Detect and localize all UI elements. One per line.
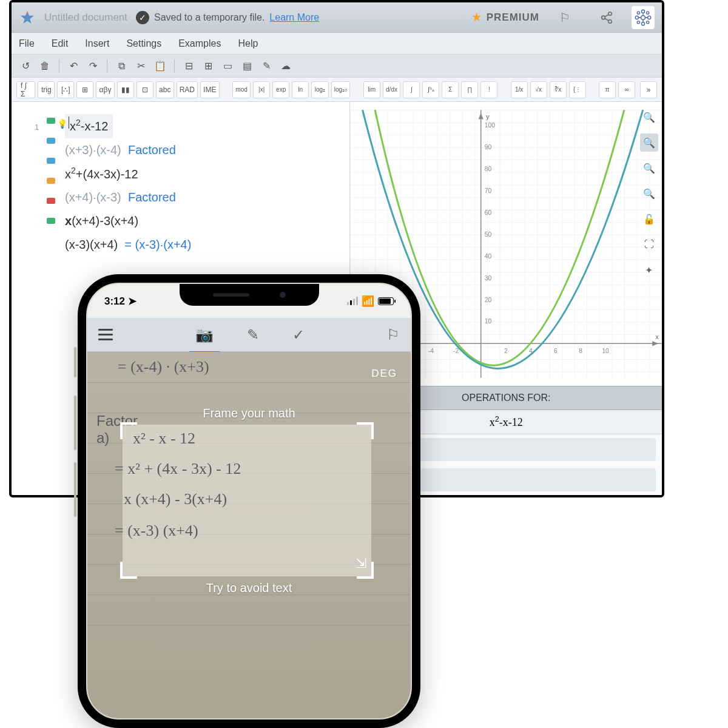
group2-icon[interactable]: ⊞: [200, 58, 216, 74]
mb-ln[interactable]: ln: [292, 81, 309, 98]
pencil-icon[interactable]: ✎: [247, 326, 259, 343]
cloud-icon[interactable]: ☁: [278, 58, 294, 74]
deg-label: DEG: [371, 368, 397, 380]
svg-text:2: 2: [504, 348, 508, 354]
menu-icon[interactable]: [98, 329, 113, 340]
flag-button[interactable]: ⚐: [548, 5, 581, 30]
mb-mod[interactable]: mod: [232, 81, 251, 98]
mb-log10[interactable]: log₁₀: [331, 81, 351, 98]
svg-text:-4: -4: [428, 348, 434, 354]
gutter-mark[interactable]: [47, 158, 55, 164]
svg-text:30: 30: [485, 275, 492, 281]
mb-fact[interactable]: !: [480, 81, 497, 98]
handwriting: = (x-4) · (x+3): [118, 358, 209, 376]
mb-trig[interactable]: trig: [38, 81, 55, 98]
mb-prod[interactable]: ∏: [461, 81, 478, 98]
undo-icon[interactable]: ↶: [66, 58, 81, 74]
paste-icon[interactable]: 📋: [152, 58, 168, 74]
equation-block: x2-x-12 (x+3)·(x-4) Factored x2+(4x-3x)-…: [65, 114, 343, 257]
menu-edit[interactable]: Edit: [52, 38, 69, 49]
eq-line[interactable]: x2+(4x-3x)-12: [65, 162, 343, 186]
mb-abs[interactable]: |x|: [253, 81, 270, 98]
svg-text:50: 50: [485, 231, 492, 238]
share-button[interactable]: [590, 5, 623, 30]
eq-line[interactable]: (x+3)·(x-4) Factored: [65, 138, 343, 162]
mb-rad[interactable]: RAD: [177, 81, 198, 98]
gutter-mark[interactable]: [47, 138, 55, 144]
menu-help[interactable]: Help: [238, 38, 258, 49]
mb-frac[interactable]: 1/x: [511, 81, 528, 98]
mb-more[interactable]: »: [640, 81, 657, 98]
eq-line[interactable]: (x-3)(x+4) = (x-3)·(x+4): [65, 233, 343, 257]
group4-icon[interactable]: ▤: [239, 58, 255, 74]
crosshair-icon[interactable]: ✦: [640, 261, 658, 279]
mathbar: f ∫ Σ trig [∴] ⊞ αβγ ▮▮ ⊡ abc RAD IME mo…: [12, 78, 662, 102]
phone-mockup: 3:12 ➤ 📶 📷 ✎ ✓ ⚐ DEG = (x-4) · (x+3): [78, 274, 420, 728]
mb-functions[interactable]: f ∫ Σ: [16, 81, 35, 98]
cut-icon[interactable]: ✂: [133, 58, 149, 74]
menu-insert[interactable]: Insert: [85, 38, 109, 49]
mb-ime[interactable]: IME: [200, 81, 220, 98]
battery-icon: [378, 297, 394, 305]
mb-greek[interactable]: αβγ: [96, 81, 115, 98]
mb-brace[interactable]: {⋮: [569, 81, 586, 98]
resize-handle-icon[interactable]: ⇲: [356, 556, 366, 571]
svg-text:80: 80: [485, 166, 492, 172]
history-icon[interactable]: ↺: [18, 58, 33, 74]
menu-file[interactable]: File: [19, 38, 35, 49]
redo-icon[interactable]: ↷: [85, 58, 101, 74]
check-icon[interactable]: ✓: [292, 326, 305, 343]
mb-int[interactable]: ∫: [403, 81, 420, 98]
trash-icon[interactable]: 🗑: [37, 58, 53, 74]
mb-sum[interactable]: Σ: [442, 81, 459, 98]
flag-icon[interactable]: ⚐: [386, 326, 400, 343]
gutter-mark[interactable]: [47, 198, 55, 204]
star-icon: ★: [472, 11, 482, 24]
menu-examples[interactable]: Examples: [178, 38, 221, 49]
premium-button[interactable]: ★ PREMIUM: [472, 11, 539, 24]
group3-icon[interactable]: ▭: [220, 58, 235, 74]
user-avatar[interactable]: [632, 6, 655, 29]
zoom-region-icon[interactable]: 🔍: [640, 184, 658, 203]
group1-icon[interactable]: ⊟: [181, 58, 197, 74]
line-number: 1: [35, 123, 39, 132]
camera-icon[interactable]: 📷: [195, 326, 214, 343]
mb-sqrt[interactable]: √x: [530, 81, 547, 98]
mb-lim[interactable]: lim: [363, 81, 380, 98]
eq-line[interactable]: (x+4)·(x-3) Factored: [65, 186, 343, 209]
phone-time: 3:12: [104, 295, 125, 307]
learn-more-link[interactable]: Learn More: [269, 12, 319, 23]
svg-text:y: y: [486, 113, 490, 120]
gutter-mark[interactable]: [47, 118, 55, 124]
lock-icon[interactable]: 🔓: [640, 210, 658, 228]
svg-text:8: 8: [579, 348, 583, 354]
gutter-mark[interactable]: [47, 178, 55, 184]
mb-table[interactable]: ⊞: [76, 81, 93, 98]
mb-abc[interactable]: abc: [156, 81, 174, 98]
gutter-mark[interactable]: [47, 218, 55, 224]
mb-exp[interactable]: exp: [272, 81, 289, 98]
eq-line[interactable]: x(x+4)-3(x+4): [65, 209, 343, 233]
mb-inf[interactable]: ∞: [618, 81, 635, 98]
fullscreen-icon[interactable]: ⛶: [640, 235, 658, 254]
mb-matrix[interactable]: [∴]: [57, 81, 74, 98]
svg-line-6: [604, 18, 608, 21]
mb-pi[interactable]: π: [599, 81, 616, 98]
svg-text:90: 90: [485, 144, 492, 150]
zoom-fit-icon[interactable]: 🔍: [640, 133, 658, 152]
mb-cbrt[interactable]: ∛x: [550, 81, 567, 98]
mb-log2[interactable]: log₂: [311, 81, 328, 98]
document-title[interactable]: Untitled document: [44, 12, 127, 24]
zoom-in-icon[interactable]: 🔍: [640, 108, 658, 126]
zoom-out-icon[interactable]: 🔍: [640, 159, 658, 177]
eq-line[interactable]: x2-x-12: [65, 114, 113, 138]
svg-text:20: 20: [485, 297, 492, 303]
pencil-icon[interactable]: ✎: [258, 58, 274, 74]
mb-calc[interactable]: ⊡: [136, 81, 153, 98]
mb-defint[interactable]: ∫ᵇₐ: [422, 81, 439, 98]
mb-deriv[interactable]: d/dx: [383, 81, 401, 98]
copy-icon[interactable]: ⧉: [113, 58, 129, 74]
mb-ruler[interactable]: ▮▮: [117, 81, 134, 98]
camera-view[interactable]: DEG = (x-4) · (x+3) Factor a) Frame your…: [87, 352, 411, 718]
menu-settings[interactable]: Settings: [126, 38, 161, 49]
